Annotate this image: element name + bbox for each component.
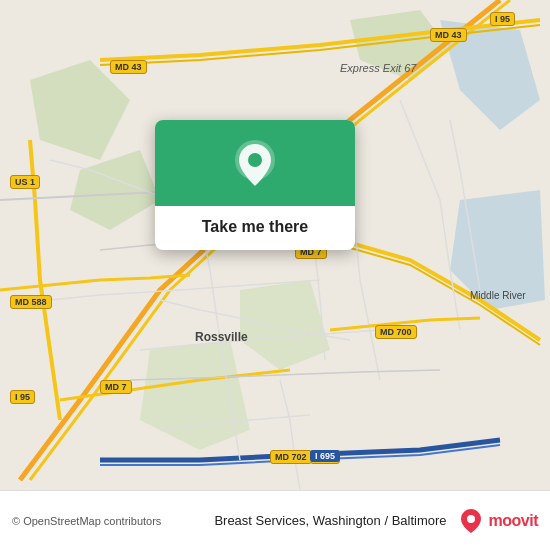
- map-container: I 95 MD 43 MD 43 US 1 MD 588 MD 7 MD 7 M…: [0, 0, 550, 490]
- md43-badge-right: MD 43: [430, 28, 467, 42]
- us1-badge: US 1: [10, 175, 40, 189]
- moovit-text: moovit: [489, 512, 538, 530]
- svg-marker-5: [140, 340, 250, 450]
- svg-marker-0: [30, 60, 130, 160]
- md7-badge-bottom: MD 7: [100, 380, 132, 394]
- i95-badge-top: I 95: [490, 12, 515, 26]
- md43-badge-left: MD 43: [110, 60, 147, 74]
- svg-marker-1: [70, 150, 160, 230]
- location-pin-icon: [233, 140, 277, 190]
- popup-card-body[interactable]: Take me there: [186, 206, 324, 250]
- popup-card[interactable]: Take me there: [155, 120, 355, 250]
- moovit-icon: [457, 507, 485, 535]
- moovit-logo: moovit: [457, 507, 538, 535]
- popup-card-header: [155, 120, 355, 206]
- copyright-text: © OpenStreetMap contributors: [12, 515, 204, 527]
- bottom-bar: © OpenStreetMap contributors Breast Serv…: [0, 490, 550, 550]
- md588-badge: MD 588: [10, 295, 52, 309]
- svg-point-9: [467, 515, 475, 523]
- i95-badge-bottom-left: I 95: [10, 390, 35, 404]
- md702-badge: MD 702: [270, 450, 312, 464]
- place-name: Breast Services, Washington / Baltimore: [214, 513, 446, 528]
- i695-interstate-badge: I 695: [310, 450, 340, 462]
- express-exit-label: Express Exit 67: [340, 62, 416, 74]
- cta-label: Take me there: [202, 218, 308, 235]
- svg-marker-6: [240, 280, 330, 370]
- middle-river-label: Middle River: [470, 290, 526, 301]
- md700-badge: MD 700: [375, 325, 417, 339]
- svg-point-8: [248, 153, 262, 167]
- rossville-label: Rossville: [195, 330, 248, 344]
